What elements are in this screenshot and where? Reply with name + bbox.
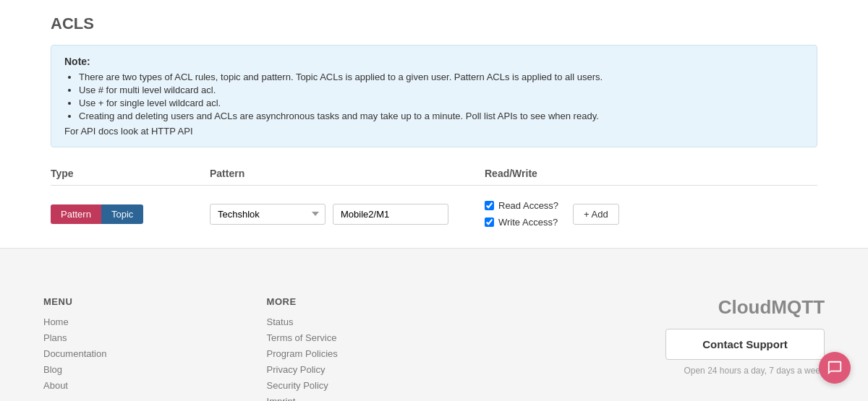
- write-access-label[interactable]: Write Access?: [485, 217, 558, 228]
- note-label: Note:: [64, 56, 804, 67]
- menu-item-home: Home: [43, 316, 267, 327]
- topic-input[interactable]: [333, 204, 448, 225]
- more-link-terms[interactable]: Terms of Service: [267, 332, 337, 343]
- menu-link-plans[interactable]: Plans: [43, 332, 67, 343]
- more-item-policies: Program Policies: [267, 348, 490, 359]
- note-box: Note: There are two types of ACL rules, …: [51, 45, 817, 147]
- note-item-1: There are two types of ACL rules, topic …: [79, 72, 804, 82]
- col-pattern-header: Pattern: [210, 168, 485, 179]
- pattern-button[interactable]: Pattern: [51, 204, 101, 224]
- note-item-3: Use + for single level wildcard acl.: [79, 98, 804, 108]
- menu-link-blog[interactable]: Blog: [43, 364, 62, 375]
- write-access-text: Write Access?: [498, 217, 558, 228]
- page-title: ACLS: [51, 14, 817, 33]
- menu-item-blog: Blog: [43, 363, 267, 375]
- menu-link-docs[interactable]: Documentation: [43, 348, 106, 359]
- menu-link-home[interactable]: Home: [43, 316, 69, 327]
- note-item-2: Use # for multi level wildcard acl.: [79, 85, 804, 95]
- brand-name: CloudMQTT: [718, 296, 825, 319]
- access-checkboxes: Read Access? Write Access?: [485, 200, 558, 228]
- col-readwrite-header: Read/Write: [485, 168, 817, 179]
- menu-link-about[interactable]: About: [43, 380, 68, 391]
- contact-support-button[interactable]: Contact Support: [665, 329, 825, 360]
- menu-item-plans: Plans: [43, 332, 267, 343]
- footer-menu-col: MENU Home Plans Documentation Blog About: [43, 296, 267, 401]
- note-item-4: Creating and deleting users and ACLs are…: [79, 111, 804, 121]
- more-heading: MORE: [267, 296, 490, 307]
- more-link-policies[interactable]: Program Policies: [267, 348, 338, 359]
- pattern-column: Techshlok user1 user2: [210, 204, 485, 225]
- more-item-privacy: Privacy Policy: [267, 363, 490, 375]
- more-item-security: Security Policy: [267, 379, 490, 391]
- read-access-text: Read Access?: [498, 200, 558, 211]
- add-button[interactable]: + Add: [573, 204, 619, 225]
- note-list: There are two types of ACL rules, topic …: [64, 72, 804, 121]
- more-item-terms: Terms of Service: [267, 332, 490, 343]
- more-item-imprint: Imprint: [267, 395, 490, 401]
- support-hours: Open 24 hours a day, 7 days a week: [684, 366, 825, 376]
- type-column: Pattern Topic: [51, 204, 210, 224]
- menu-item-docs: Documentation: [43, 348, 267, 359]
- menu-list: Home Plans Documentation Blog About: [43, 316, 267, 391]
- footer-right-col: CloudMQTT Contact Support Open 24 hours …: [490, 296, 825, 401]
- acl-row: Pattern Topic Techshlok user1 user2 Read…: [51, 194, 817, 233]
- menu-item-about: About: [43, 379, 267, 391]
- table-header: Type Pattern Read/Write: [51, 162, 817, 186]
- more-link-security[interactable]: Security Policy: [267, 380, 328, 391]
- footer-more-col: MORE Status Terms of Service Program Pol…: [267, 296, 490, 401]
- user-dropdown[interactable]: Techshlok user1 user2: [210, 204, 326, 225]
- more-link-status[interactable]: Status: [267, 316, 294, 327]
- col-type-header: Type: [51, 168, 210, 179]
- api-docs-link: For API docs look at HTTP API: [64, 126, 804, 137]
- read-access-label[interactable]: Read Access?: [485, 200, 558, 211]
- chat-bubble-button[interactable]: [819, 352, 851, 384]
- more-link-imprint[interactable]: Imprint: [267, 396, 296, 401]
- more-link-privacy[interactable]: Privacy Policy: [267, 364, 326, 375]
- read-access-checkbox[interactable]: [485, 201, 494, 210]
- more-list: Status Terms of Service Program Policies…: [267, 316, 490, 401]
- menu-heading: MENU: [43, 296, 267, 307]
- chat-icon: [827, 360, 843, 376]
- write-access-checkbox[interactable]: [485, 217, 494, 227]
- footer: MENU Home Plans Documentation Blog About…: [0, 270, 868, 401]
- type-toggle-group: Pattern Topic: [51, 204, 210, 224]
- more-item-status: Status: [267, 316, 490, 327]
- topic-button[interactable]: Topic: [101, 204, 143, 224]
- readwrite-column: Read Access? Write Access? + Add: [485, 200, 817, 228]
